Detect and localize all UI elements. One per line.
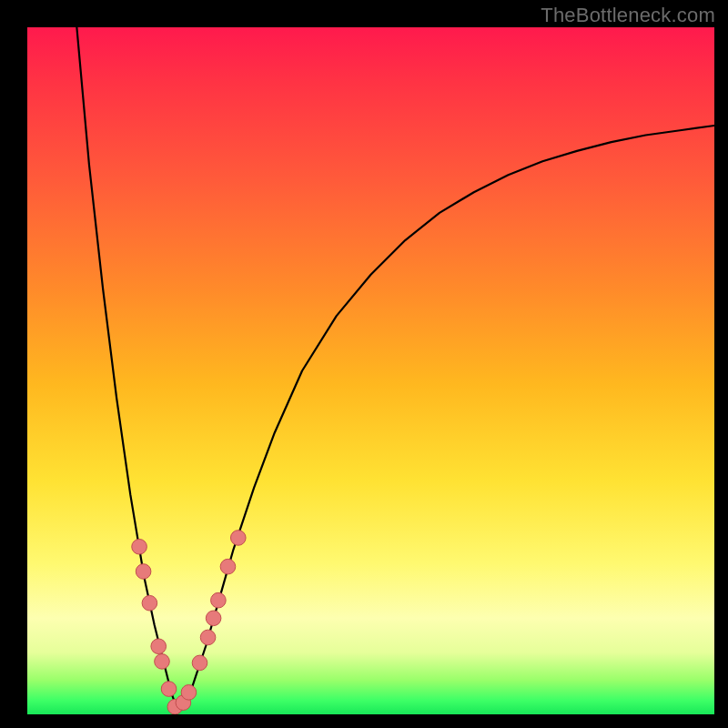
bottleneck-curve xyxy=(76,27,714,713)
data-marker xyxy=(151,639,167,654)
chart-svg xyxy=(27,27,714,714)
data-marker xyxy=(161,682,177,697)
data-marker xyxy=(155,654,170,670)
chart-frame: TheBottleneck.com xyxy=(0,0,728,728)
data-marker xyxy=(211,592,227,608)
data-marker xyxy=(230,531,246,546)
data-marker xyxy=(181,685,197,701)
data-marker xyxy=(220,559,236,574)
data-marker xyxy=(132,539,147,554)
plot-area xyxy=(27,27,714,714)
watermark-text: TheBottleneck.com xyxy=(541,4,715,27)
data-marker xyxy=(136,564,151,580)
data-markers xyxy=(132,531,246,714)
data-marker xyxy=(142,595,157,611)
data-marker xyxy=(192,655,207,671)
data-marker xyxy=(200,630,216,645)
data-marker xyxy=(206,611,221,626)
